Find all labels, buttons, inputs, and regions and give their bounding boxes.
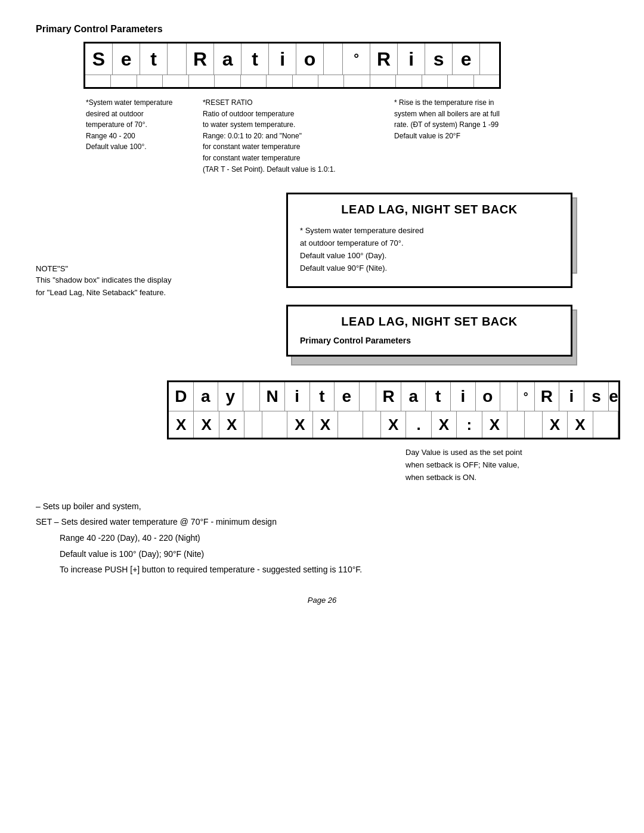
annotation-col3: * Rise is the temperature rise in system… (392, 97, 537, 175)
cell-space3 (480, 44, 499, 75)
day-nite-top-row: D a y N i t e R a t i o ° R i s e (169, 382, 618, 411)
val-X10: X (543, 411, 568, 438)
bottom-annotation-text: Day Value is used as the set point when … (405, 447, 596, 484)
bottom-right-annotation: Day Value is used as the set point when … (36, 447, 608, 484)
val-dot: . (406, 411, 431, 438)
val-space3 (363, 411, 380, 438)
dn-i2: i (451, 382, 476, 411)
lead-lag-second-wrapper: LEAD LAG, NIGHT SET BACK Primary Control… (286, 305, 572, 357)
annotation-text2: *RESET RATIO Ratio of outdoor temperatur… (203, 98, 336, 174)
bottom-notes: – Sets up boiler and system, SET – Sets … (36, 498, 608, 578)
bottom-line3: Range 40 -220 (Day), 40 - 220 (Night) (60, 530, 608, 546)
dn-s2: s (584, 382, 609, 411)
val-X6: X (313, 411, 338, 438)
lead-lag-boxes: LEAD LAG, NIGHT SET BACK * System water … (286, 193, 608, 357)
val-X11: X (568, 411, 593, 438)
val-X2: X (194, 411, 219, 438)
notes-text: This "shadow box" indicates the display … (36, 274, 286, 299)
day-nite-area: D a y N i t e R a t i o ° R i s e (167, 380, 620, 439)
val-X7: X (381, 411, 406, 438)
val-colon: : (457, 411, 482, 438)
cell-o1: o (296, 44, 324, 75)
annotation-text3: * Rise is the temperature rise in system… (394, 98, 500, 140)
cell-a1: a (214, 44, 242, 75)
dn-e: e (335, 382, 360, 411)
cell-t1: t (242, 44, 269, 75)
val-X4 (262, 411, 287, 438)
annotations-area: *System water temperature desired at out… (83, 97, 537, 175)
notes-area: NOTE"S" This "shadow box" indicates the … (36, 193, 286, 299)
dn-a: a (194, 382, 219, 411)
annotation-col1: *System water temperature desired at out… (83, 97, 200, 175)
cell-t: t (140, 44, 168, 75)
lead-lag-title-1: LEAD LAG, NIGHT SET BACK (300, 203, 559, 216)
lead-lag-subtitle-2: Primary Control Parameters (300, 336, 559, 345)
dn-space3 (500, 382, 518, 411)
lead-lag-first-wrapper: LEAD LAG, NIGHT SET BACK * System water … (286, 193, 572, 288)
dn-D: D (169, 382, 194, 411)
bottom-line1: – Sets up boiler and system, (36, 498, 608, 515)
cell-S: S (85, 44, 113, 75)
notes-label: NOTE"S" (36, 264, 286, 273)
dn-t: t (310, 382, 335, 411)
dn-t2: t (426, 382, 451, 411)
val-X5: X (287, 411, 312, 438)
cell-e2: e (453, 44, 480, 75)
val-degree-sp (525, 411, 542, 438)
bottom-line4: Default value is 100° (Day); 90°F (Nite) (60, 546, 608, 562)
val-space2 (338, 411, 363, 438)
cell-s1: s (425, 44, 453, 75)
cell-space1 (168, 44, 187, 75)
day-nite-box: D a y N i t e R a t i o ° R i s e (167, 380, 620, 439)
dn-degree: ° (518, 382, 535, 411)
val-X3: X (219, 411, 244, 438)
dn-e2: e (609, 382, 618, 411)
lead-lag-content-1: * System water temperature desired at ou… (300, 225, 559, 274)
dn-a2: a (401, 382, 426, 411)
set-ratio-rise-box: S e t R a t i o ° R i s e (83, 42, 501, 89)
dn-R: R (376, 382, 401, 411)
val-X9: X (482, 411, 507, 438)
dn-R2: R (535, 382, 560, 411)
lead-lag-box-2: LEAD LAG, NIGHT SET BACK Primary Control… (286, 305, 572, 357)
page-number: Page 26 (36, 596, 608, 605)
dn-y: y (218, 382, 243, 411)
cell-R1: R (187, 44, 214, 75)
dn-o2: o (476, 382, 501, 411)
dn-space1 (243, 382, 261, 411)
cell-e1: e (113, 44, 140, 75)
cell-i2: i (398, 44, 425, 75)
day-nite-bottom-row: X X X X X X . X : X X X (169, 411, 618, 438)
val-space1 (244, 411, 262, 438)
val-space5 (593, 411, 618, 438)
annotation-text1: *System water temperature desired at out… (86, 98, 172, 151)
val-X1: X (169, 411, 194, 438)
bottom-line2: SET – Sets desired water temperature @ 7… (36, 514, 608, 530)
dn-N: N (260, 382, 285, 411)
val-space4 (507, 411, 525, 438)
dn-i3: i (559, 382, 584, 411)
lead-lag-box-1: LEAD LAG, NIGHT SET BACK * System water … (286, 193, 572, 288)
dn-i: i (285, 382, 310, 411)
dn-space2 (360, 382, 377, 411)
cell-i1: i (269, 44, 296, 75)
bottom-line5: To increase PUSH [+] button to required … (60, 562, 608, 578)
lead-lag-title-2: LEAD LAG, NIGHT SET BACK (300, 315, 559, 329)
cell-space2 (324, 44, 343, 75)
section-title: Primary Control Parameters (36, 24, 608, 35)
val-X8: X (432, 411, 457, 438)
annotation-col2: *RESET RATIO Ratio of outdoor temperatur… (200, 97, 392, 175)
cell-degree: ° (343, 44, 370, 75)
cell-R2: R (370, 44, 398, 75)
middle-section: NOTE"S" This "shadow box" indicates the … (36, 193, 608, 357)
